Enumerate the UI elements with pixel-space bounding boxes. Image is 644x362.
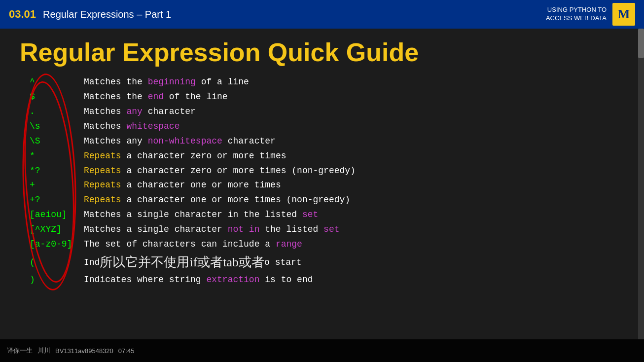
table-row: ( Ind所以它并不使用if或者tab或者o start: [20, 253, 624, 272]
highlight-non-whitespace: non-whitespace: [148, 136, 222, 146]
desc-star: Repeats a character zero or more times: [84, 149, 624, 163]
table-row: \S Matches any non-whitespace character: [20, 135, 624, 148]
desc-star-q: Repeats a character zero or more times (…: [84, 164, 624, 178]
symbol-backslash-S: \S: [20, 135, 84, 148]
symbol-plus-q: +?: [20, 193, 84, 207]
table-row: * Repeats a character zero or more times: [20, 149, 624, 163]
desc-plus: Repeats a character one or more times: [84, 179, 624, 192]
slide-title: Regular Expression Quick Guide: [20, 38, 624, 67]
university-logo: M: [612, 3, 635, 26]
highlight-end: end: [148, 92, 164, 102]
desc-dollar: Matches the end of the line: [84, 90, 624, 104]
course-line1: USING PYTHON TO: [547, 6, 607, 13]
top-bar: 03.01 Regular Expressions – Part 1 USING…: [0, 0, 644, 29]
main-content: Regular Expression Quick Guide ^ Matches…: [0, 29, 644, 362]
table-row: [aeiou] Matches a single character in th…: [20, 208, 624, 222]
highlight-whitespace: whitespace: [126, 121, 179, 131]
scrollbar[interactable]: [638, 29, 644, 339]
desc-backslash-s: Matches whitespace: [84, 120, 624, 134]
highlight-repeats-1: Repeats: [84, 151, 121, 161]
video-id: BV1311av89548320: [55, 347, 113, 355]
user-label: 译你一生: [7, 346, 33, 355]
table-row: *? Repeats a character zero or more time…: [20, 164, 624, 178]
symbol-caret: ^: [20, 75, 84, 89]
symbol-plus: +: [20, 179, 84, 192]
symbol-close-paren: ): [20, 273, 84, 287]
symbol-dot: .: [20, 105, 84, 119]
lecture-title: Regular Expressions – Part 1: [43, 9, 171, 20]
desc-backslash-S: Matches any non-whitespace character: [84, 135, 624, 148]
table-row: [^XYZ] Matches a single character not in…: [20, 223, 624, 237]
symbol-aeiou: [aeiou]: [20, 208, 84, 222]
table-row: . Matches any character: [20, 105, 624, 119]
highlight-repeats-4: Repeats: [84, 195, 121, 205]
symbol-open-paren: (: [20, 256, 84, 270]
desc-open-paren: Ind所以它并不使用if或者tab或者o start: [84, 253, 624, 272]
symbol-range: [a-z0-9]: [20, 238, 84, 252]
highlight-repeats-2: Repeats: [84, 166, 121, 176]
desc-caret: Matches the beginning of a line: [84, 75, 624, 89]
table-row: ^ Matches the beginning of a line: [20, 75, 624, 89]
highlight-set-1: set: [302, 210, 318, 219]
symbol-star: *: [20, 149, 84, 163]
desc-close-paren: Indicates where string extraction is to …: [84, 273, 624, 287]
table-row: +? Repeats a character one or more times…: [20, 193, 624, 207]
desc-dot: Matches any character: [84, 105, 624, 119]
scrollbar-thumb[interactable]: [638, 29, 644, 58]
symbol-notxyz: [^XYZ]: [20, 223, 84, 237]
regex-table: ^ Matches the beginning of a line $ Matc…: [20, 75, 624, 287]
wave-icon: 川川: [37, 346, 50, 355]
course-text: USING PYTHON TO ACCESS WEB DATA: [546, 6, 607, 23]
table-row: $ Matches the end of the line: [20, 90, 624, 104]
highlight-extraction: extraction: [206, 275, 259, 285]
desc-range: The set of characters can include a rang…: [84, 238, 624, 252]
lecture-number: 03.01: [9, 8, 36, 21]
highlight-set-2: set: [323, 224, 339, 234]
bottom-bar: 译你一生 川川 BV1311av89548320 07:45: [0, 339, 644, 362]
video-container: 03.01 Regular Expressions – Part 1 USING…: [0, 0, 644, 362]
subtitle-text: 所以它并不使用if或者tab或者: [100, 255, 264, 269]
symbol-dollar: $: [20, 90, 84, 104]
symbol-star-q: *?: [20, 164, 84, 178]
desc-plus-q: Repeats a character one or more times (n…: [84, 193, 624, 207]
highlight-range: range: [276, 239, 302, 249]
symbol-backslash-s: \s: [20, 120, 84, 134]
top-bar-right: USING PYTHON TO ACCESS WEB DATA M: [546, 3, 635, 26]
table-row: [a-z0-9] The set of characters can inclu…: [20, 238, 624, 252]
highlight-repeats-3: Repeats: [84, 180, 121, 190]
desc-aeiou: Matches a single character in the listed…: [84, 208, 624, 222]
highlight-not-in: not in: [228, 224, 260, 234]
course-line2: ACCESS WEB DATA: [546, 14, 607, 22]
highlight-beginning: beginning: [148, 77, 196, 87]
timestamp: 07:45: [118, 347, 135, 355]
desc-notxyz: Matches a single character not in the li…: [84, 223, 624, 237]
table-row: ) Indicates where string extraction is t…: [20, 273, 624, 287]
table-row: \s Matches whitespace: [20, 120, 624, 134]
table-row: + Repeats a character one or more times: [20, 179, 624, 192]
top-bar-left: 03.01 Regular Expressions – Part 1: [9, 8, 171, 21]
highlight-any: any: [126, 107, 142, 116]
